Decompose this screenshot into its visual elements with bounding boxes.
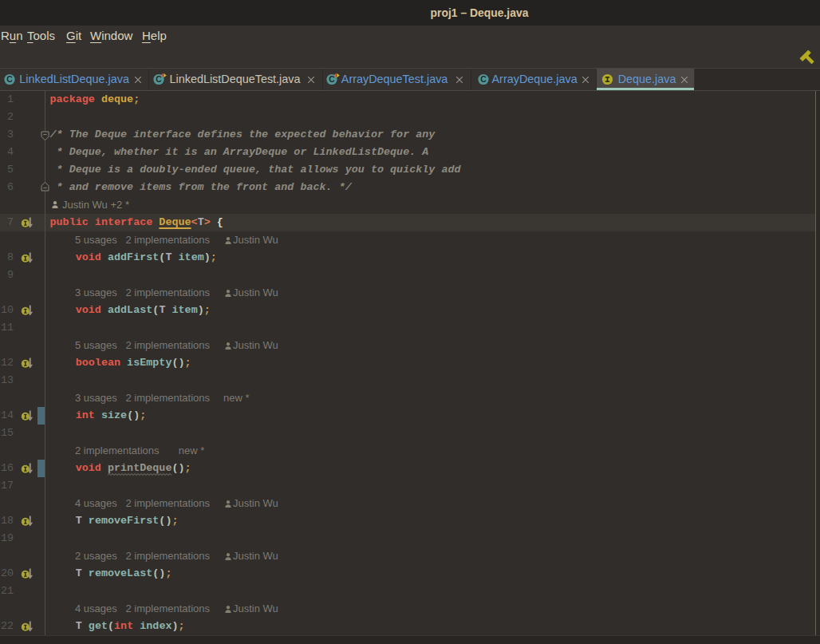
svg-text:C: C	[329, 75, 335, 84]
svg-text:C: C	[6, 75, 13, 84]
svg-text:C: C	[480, 75, 487, 84]
svg-text:C: C	[156, 75, 162, 84]
